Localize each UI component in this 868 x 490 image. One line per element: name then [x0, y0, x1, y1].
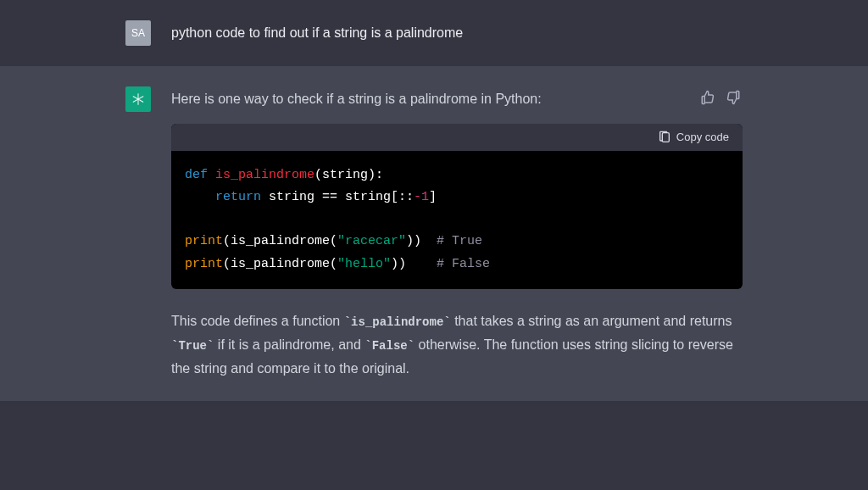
copy-code-button[interactable]: Copy code	[658, 131, 729, 144]
clipboard-icon	[658, 131, 671, 144]
code-token: return	[215, 190, 261, 204]
assistant-explanation: This code defines a function `is_palindr…	[171, 309, 743, 381]
code-content[interactable]: def is_palindrome(string): return string…	[171, 151, 743, 289]
user-avatar-initials: SA	[131, 27, 145, 39]
assistant-avatar	[125, 86, 151, 112]
thumbs-up-button[interactable]	[698, 88, 717, 107]
copy-code-label: Copy code	[676, 131, 729, 143]
code-token: ]	[429, 190, 437, 204]
code-token: -1	[414, 190, 429, 204]
user-avatar: SA	[125, 20, 151, 46]
inline-code: `True`	[171, 339, 214, 353]
inline-code: `False`	[364, 339, 415, 353]
code-block-header: Copy code	[171, 124, 743, 151]
thumbs-down-button[interactable]	[724, 88, 743, 107]
code-token: def	[185, 168, 208, 182]
code-block: Copy code def is_palindrome(string): ret…	[171, 124, 743, 289]
code-token: "hello"	[337, 257, 391, 271]
inline-code: `is_palindrome`	[344, 315, 451, 329]
openai-logo-icon	[129, 90, 147, 109]
code-token: ))	[406, 234, 437, 248]
assistant-intro-text: Here is one way to check if a string is …	[171, 88, 743, 110]
code-token: print	[185, 234, 223, 248]
code-token: # True	[437, 234, 482, 248]
explanation-text: This code defines a function	[171, 314, 344, 328]
code-token: (string):	[314, 168, 383, 182]
user-message-row: SA python code to find out if a string i…	[0, 0, 868, 66]
code-token: # False	[437, 257, 490, 271]
svg-rect-0	[662, 132, 669, 142]
explanation-text: if it is a palindrome, and	[214, 337, 364, 352]
thumbs-up-icon	[700, 90, 715, 105]
explanation-text: that takes a string as an argument and r…	[451, 314, 732, 328]
bottom-spacer	[0, 401, 868, 445]
code-token: (is_palindrome(	[223, 234, 337, 248]
code-token: string == string[::	[261, 190, 414, 204]
assistant-message-row: Here is one way to check if a string is …	[0, 66, 868, 401]
user-message-text: python code to find out if a string is a…	[171, 20, 743, 46]
code-token: is_palindrome	[215, 168, 314, 182]
thumbs-down-icon	[726, 90, 741, 105]
code-token: "racecar"	[337, 234, 406, 248]
code-token: print	[185, 257, 223, 271]
code-token: (is_palindrome(	[223, 257, 337, 271]
code-token: ))	[391, 257, 437, 271]
